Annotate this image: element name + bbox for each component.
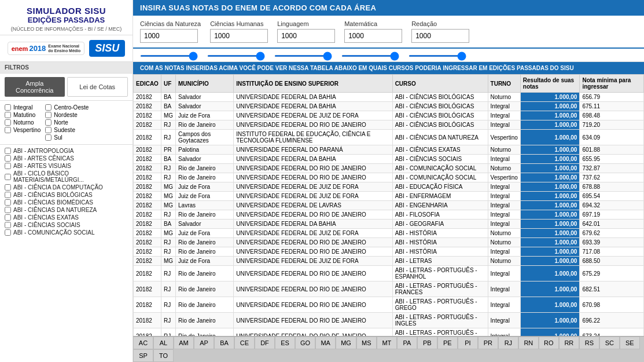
state-button[interactable]: SC — [599, 337, 620, 349]
filter-nordeste[interactable]: Nordeste — [45, 112, 89, 118]
table-cell: ABI - LETRAS - PORTUGUÊS - FRANCES — [392, 281, 488, 297]
state-button[interactable]: PR — [478, 337, 498, 349]
course-checkbox[interactable] — [5, 174, 11, 180]
table-cell: ABI - CIÊNCIAS BIOLÓGICAS — [392, 111, 488, 120]
nota-input[interactable] — [210, 29, 268, 43]
filter-norte[interactable]: Norte — [45, 119, 89, 126]
table-cell: Integral — [488, 102, 520, 111]
course-item[interactable]: ABI - CIÊNCIAS BIOLÓGICAS — [5, 191, 128, 199]
filter-centro-oeste[interactable]: Centro-Oeste — [45, 104, 89, 111]
course-checkbox[interactable] — [5, 148, 11, 154]
state-button[interactable]: SE — [620, 337, 640, 349]
checkbox-noturno[interactable] — [5, 119, 11, 126]
filter-vespertino[interactable]: Vespertino — [5, 127, 41, 133]
course-checkbox[interactable] — [5, 214, 11, 221]
course-item[interactable]: ABI - CIÊNCIAS EXATAS — [5, 214, 128, 221]
checkbox-sul[interactable] — [45, 134, 51, 141]
state-button[interactable]: PI — [458, 337, 478, 349]
course-item[interactable]: ABI - ARTES CÊNICAS — [5, 155, 128, 162]
course-checkbox[interactable] — [5, 163, 11, 169]
table-cell: Integral — [488, 313, 520, 328]
course-item[interactable]: ABI - ANTROPOLOGIA — [5, 147, 128, 155]
course-item[interactable]: ABI - CIÊNCIAS SOCIAIS — [5, 221, 128, 229]
table-header-cell: MUNICÍPIO — [176, 75, 234, 93]
table-cell: Rio de Janeiro — [176, 120, 234, 130]
course-checkbox[interactable] — [5, 222, 11, 228]
state-button[interactable]: RN — [518, 337, 539, 349]
course-checkbox[interactable] — [5, 199, 11, 206]
nota-input[interactable] — [411, 29, 469, 43]
checkbox-sudeste[interactable] — [45, 127, 51, 133]
table-cell: RJ — [161, 247, 175, 257]
nota-slider[interactable] — [409, 55, 466, 57]
lei-de-cotas-button[interactable]: Lei de Cotas — [67, 77, 128, 97]
state-button[interactable]: AC — [133, 337, 153, 349]
course-item[interactable]: ABI - COMUNICAÇÃO SOCIAL — [5, 229, 128, 236]
state-button[interactable]: MG — [336, 337, 356, 349]
state-button[interactable]: AP — [194, 337, 214, 349]
table-cell: 20182 — [134, 266, 161, 281]
state-button[interactable]: PA — [397, 337, 417, 349]
table-cell: 697.19 — [580, 210, 644, 220]
state-button[interactable]: MA — [315, 337, 336, 349]
nota-slider[interactable] — [341, 55, 399, 57]
course-item[interactable]: ABI - ARTES VISUAIS — [5, 162, 128, 170]
state-button[interactable]: TO — [153, 349, 174, 362]
course-checkbox[interactable] — [5, 184, 11, 191]
table-cell: RJ — [161, 238, 175, 247]
state-button[interactable]: SP — [133, 349, 153, 362]
nota-input[interactable] — [344, 29, 402, 43]
checkbox-norte[interactable] — [45, 119, 51, 126]
state-button[interactable]: PB — [417, 337, 437, 349]
course-checkbox[interactable] — [5, 207, 11, 213]
nota-slider[interactable] — [207, 55, 265, 57]
course-item[interactable]: ABI - CIÊNCIAS DA NATUREZA — [5, 206, 128, 214]
filter-noturno[interactable]: Noturno — [5, 119, 41, 126]
nota-slider[interactable] — [274, 55, 332, 57]
table-header-cell: TURNO — [488, 75, 520, 93]
nota-slider-wrap — [274, 51, 332, 58]
filter-integral[interactable]: Integral — [5, 104, 41, 111]
course-checkbox[interactable] — [5, 229, 11, 236]
table-cell: 20182 — [134, 238, 161, 247]
state-button[interactable]: CE — [234, 337, 255, 349]
nota-input[interactable] — [277, 29, 335, 43]
state-button[interactable]: MS — [356, 337, 377, 349]
checkbox-integral[interactable] — [5, 104, 11, 111]
checkbox-vespertino[interactable] — [5, 127, 11, 133]
filter-sul[interactable]: Sul — [45, 134, 89, 141]
course-item[interactable]: ABI - CIÊNCIA DA COMPUTAÇÃO — [5, 184, 128, 191]
checkbox-nordeste[interactable] — [45, 112, 51, 118]
table-container[interactable]: EDICAOUFMUNICÍPIOINSTITUIÇÃO DE ENSINO S… — [133, 74, 644, 336]
state-button[interactable]: ES — [275, 337, 295, 349]
state-button[interactable]: MT — [377, 337, 397, 349]
nota-input[interactable] — [140, 29, 198, 43]
state-button[interactable]: RS — [579, 337, 599, 349]
course-checkbox[interactable] — [5, 192, 11, 198]
checkbox-matutino[interactable] — [5, 112, 11, 118]
state-button[interactable]: RJ — [498, 337, 518, 349]
state-button[interactable]: DF — [255, 337, 275, 349]
table-cell: 695.54 — [580, 192, 644, 201]
ampla-concorrencia-button[interactable]: Ampla Concorrência — [5, 77, 65, 97]
state-button[interactable]: PE — [437, 337, 458, 349]
state-button[interactable]: BA — [214, 337, 234, 349]
table-row: 20182RJRio de JaneiroUNIVERSIDADE FEDERA… — [134, 266, 644, 281]
state-button[interactable]: GO — [295, 337, 315, 349]
table-cell: ABI - CIÊNCIAS EXATAS — [392, 145, 488, 155]
state-button[interactable]: AM — [174, 337, 194, 349]
table-cell: Salvador — [176, 155, 234, 164]
state-button[interactable]: RR — [559, 337, 579, 349]
state-button[interactable]: RO — [539, 337, 559, 349]
filter-matutino[interactable]: Matutino — [5, 112, 41, 118]
checkbox-centro-oeste[interactable] — [45, 104, 51, 111]
course-item[interactable]: ABI - CICLO BÁSICO MATERIAIS/METALÚRGI..… — [5, 170, 128, 184]
filter-sudeste[interactable]: Sudeste — [45, 127, 89, 133]
table-row: 20182BASalvadorUNIVERSIDADE FEDERAL DA B… — [134, 220, 644, 229]
table-cell: UNIVERSIDADE FEDERAL DO RIO DE JANEIRO — [234, 297, 392, 313]
table-cell: ABI - EDUCAÇÃO FÍSICA — [392, 182, 488, 192]
course-checkbox[interactable] — [5, 155, 11, 162]
course-item[interactable]: ABI - CIÊNCIAS BIOMÉDICAS — [5, 199, 128, 206]
state-button[interactable]: AL — [153, 337, 174, 349]
nota-slider[interactable] — [140, 55, 198, 57]
